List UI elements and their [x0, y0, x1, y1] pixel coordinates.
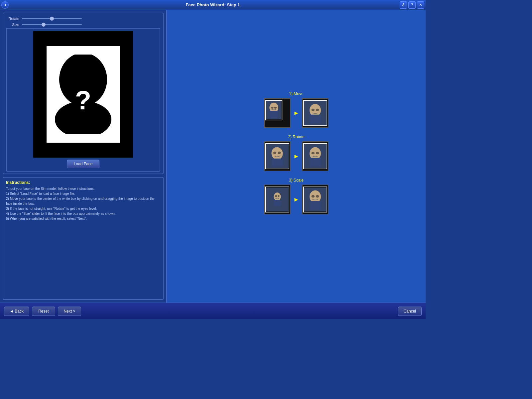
rotate-label: Rotate [6, 17, 19, 21]
left-panel: Rotate Size [0, 10, 166, 303]
tutorial-step3-images: ► [264, 185, 329, 214]
tutorial-step3-before [264, 185, 291, 214]
rotate-slider[interactable] [22, 18, 82, 19]
instructions-text: To put your face on the Sim model, follo… [6, 186, 160, 221]
close-button[interactable]: ✕ [417, 1, 424, 9]
title-bar: ◄ Face Photo Wizard: Step 1 S ? ✕ [0, 0, 426, 10]
controls-area: Rotate Size [6, 15, 160, 28]
rotate-row: Rotate [6, 17, 160, 21]
svg-point-38 [278, 195, 280, 197]
photo-inner-box: ? [47, 46, 120, 143]
svg-rect-8 [269, 111, 278, 118]
tutorial-step2-after [302, 141, 329, 171]
window-controls: S ? ✕ [400, 1, 424, 9]
svg-text:?: ? [75, 85, 91, 115]
size-slider[interactable] [22, 24, 82, 25]
cancel-button[interactable]: Cancel [398, 307, 422, 316]
tutorial-step3-after [302, 185, 329, 214]
svg-point-9 [271, 107, 274, 109]
back-button[interactable]: ◄ Back [4, 307, 29, 316]
photo-controls-box: Rotate Size [3, 13, 164, 174]
tutorial-step1-after [302, 98, 329, 128]
size-row: Size [6, 23, 160, 27]
tutorial-step2-before [264, 141, 291, 171]
tutorial-step1-arrow: ► [293, 110, 299, 117]
sims-button[interactable]: S [400, 1, 407, 9]
svg-point-31 [316, 152, 319, 155]
svg-rect-29 [310, 158, 321, 167]
face-silhouette: ? [53, 55, 113, 134]
svg-point-35 [274, 193, 281, 201]
svg-rect-43 [310, 201, 321, 210]
silhouette-svg: ? [53, 55, 113, 134]
tutorial-step2-label: 2) Rotate [288, 135, 304, 139]
tutorial-step1-before [264, 98, 291, 128]
svg-point-37 [275, 195, 277, 197]
tutorial-step1: 1) Move ► [264, 91, 329, 128]
tutorial-step2-arrow: ► [293, 153, 299, 160]
tutorial-step1-label: 1) Move [289, 91, 303, 96]
photo-area: ? Load Face [6, 28, 160, 172]
right-panel: 1) Move ► [166, 10, 426, 303]
size-label: Size [6, 23, 19, 27]
tutorial-step2-images: ► [264, 141, 329, 171]
help-button[interactable]: ? [408, 1, 416, 9]
svg-point-10 [274, 107, 277, 109]
svg-point-16 [312, 109, 315, 111]
main-content: Rotate Size [0, 10, 426, 303]
next-button[interactable]: Next > [58, 307, 81, 316]
tutorial-step2: 2) Rotate [264, 135, 329, 171]
window-title: Face Photo Wizard: Step 1 [186, 2, 240, 7]
tutorial-step3: 3) Scale ► [264, 178, 329, 214]
photo-canvas[interactable]: ? [33, 31, 133, 158]
svg-rect-15 [310, 115, 321, 124]
bottom-bar: ◄ Back Reset Next > Cancel [0, 303, 426, 319]
tutorial-step1-images: ► [264, 98, 329, 128]
svg-point-44 [312, 195, 315, 198]
svg-point-17 [316, 109, 319, 111]
tutorial-step3-arrow: ► [293, 196, 299, 203]
svg-rect-24 [272, 159, 283, 167]
instructions-area: Instructions: To put your face on the Si… [3, 177, 164, 300]
svg-point-30 [312, 152, 315, 155]
svg-point-45 [316, 195, 319, 198]
load-face-button-container: Load Face [9, 160, 157, 168]
svg-rect-36 [274, 200, 281, 206]
tutorial-step3-label: 3) Scale [289, 178, 304, 183]
back-nav[interactable]: ◄ [1, 1, 9, 9]
instructions-title: Instructions: [6, 180, 160, 185]
load-face-button[interactable]: Load Face [67, 160, 100, 168]
reset-button[interactable]: Reset [32, 307, 55, 316]
back-circle-button[interactable]: ◄ [1, 1, 9, 9]
